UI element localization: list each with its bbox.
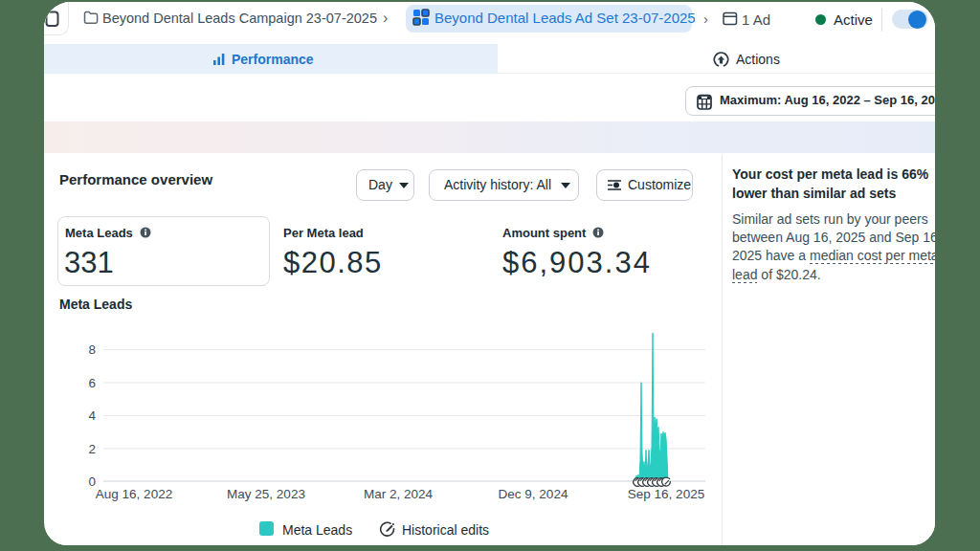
svg-text:Aug 16, 2022: Aug 16, 2022 <box>96 487 172 501</box>
svg-text:Sep 16, 2025: Sep 16, 2025 <box>628 487 704 501</box>
svg-text:Dec 9, 2024: Dec 9, 2024 <box>499 487 568 501</box>
svg-text:8: 8 <box>88 342 96 357</box>
svg-text:Mar 2, 2024: Mar 2, 2024 <box>364 487 434 501</box>
svg-text:4: 4 <box>88 408 96 423</box>
svg-text:2: 2 <box>88 442 96 456</box>
svg-text:May 25, 2023: May 25, 2023 <box>227 487 305 501</box>
svg-text:6: 6 <box>88 376 96 390</box>
